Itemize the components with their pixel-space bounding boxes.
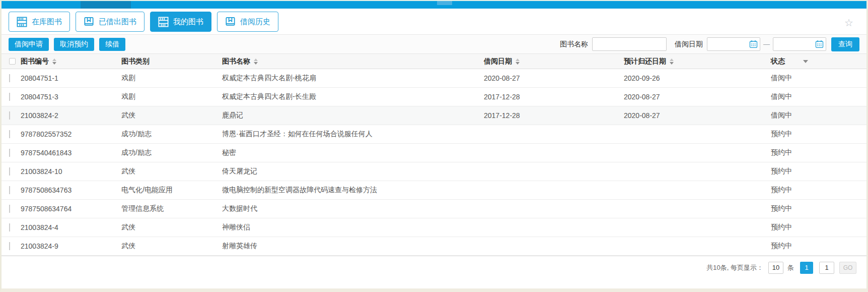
book-name-cell: 微电脑控制的新型空调器故障代码速查与检修方法 — [222, 186, 484, 195]
table-row[interactable]: 20804751-3 戏剧 权威定本古典四大名剧-长生殿 2017-12-28 … — [2, 88, 866, 106]
table-header: 图书编号 图书类别 图书名称 借阅日期 预计归还日期 状态 — [2, 53, 866, 69]
row-checkbox[interactable] — [9, 242, 10, 250]
book-name-cell: 博恩·崔西口才圣经：如何在任何场合说服任何人 — [222, 130, 484, 139]
sort-arrows-icon[interactable] — [670, 59, 674, 65]
row-checkbox[interactable] — [9, 93, 10, 101]
current-page-button[interactable]: 1 — [800, 262, 813, 274]
status-filter-caret-icon[interactable] — [803, 60, 808, 63]
date-range-separator: — — [763, 40, 770, 48]
status-cell: 预约中 — [771, 148, 866, 157]
status-cell: 预约中 — [771, 204, 866, 213]
book-icon — [225, 17, 236, 27]
query-button[interactable]: 查询 — [831, 37, 859, 51]
book-name-cell: 神雕侠侣 — [222, 223, 484, 232]
column-header-status[interactable]: 状态 — [771, 57, 866, 66]
tab-label: 在库图书 — [32, 17, 62, 27]
status-cell: 借阅中 — [771, 92, 866, 101]
column-header-borrow-date[interactable]: 借阅日期 — [484, 57, 624, 66]
table-row[interactable]: 20804751-1 戏剧 权威定本古典四大名剧-桃花扇 2020-08-27 … — [2, 69, 866, 88]
tab-label: 已借出图书 — [99, 17, 136, 27]
book-name-cell: 倚天屠龙记 — [222, 167, 484, 176]
book-category-cell: 管理信息系统 — [121, 204, 222, 213]
sort-arrows-icon[interactable] — [516, 59, 520, 65]
book-category-cell: 成功/励志 — [121, 148, 222, 157]
sort-arrows-icon[interactable] — [52, 59, 56, 65]
row-checkbox[interactable] — [9, 205, 10, 213]
book-id-cell: 9787540461843 — [21, 149, 121, 157]
tab-books-in-stock[interactable]: 在库图书 — [9, 12, 70, 32]
book-category-cell: 戏剧 — [121, 74, 222, 83]
tab-bar: 在库图书 已借出图书 我的图书 — [2, 9, 866, 35]
column-header-book-id[interactable]: 图书编号 — [21, 57, 121, 66]
return-date-cell: 2020-09-26 — [624, 74, 771, 82]
select-all-checkbox[interactable] — [9, 58, 16, 65]
return-date-cell: 2020-08-27 — [624, 111, 771, 120]
total-count-text: 共10条, 每页显示： — [706, 263, 763, 272]
table-row[interactable]: 21003824-2 武侠 鹿鼎记 2017-12-28 2020-08-27 … — [2, 106, 866, 125]
book-id-cell: 21003824-10 — [21, 167, 121, 176]
book-id-cell: 20804751-3 — [21, 93, 121, 101]
book-name-input[interactable] — [592, 37, 667, 51]
page-size-input[interactable] — [768, 262, 783, 274]
table-row[interactable]: 21003824-4 武侠 神雕侠侣 预约中 — [2, 218, 866, 237]
date-to-field[interactable] — [773, 37, 826, 51]
column-header-return-date[interactable]: 预计归还日期 — [624, 57, 771, 66]
tab-label: 我的图书 — [173, 17, 203, 27]
bookshelf-icon — [158, 17, 169, 27]
table-row[interactable]: 9787540461843 成功/励志 秘密 预约中 — [2, 144, 866, 162]
table-row[interactable]: 9787802557352 成功/励志 博恩·崔西口才圣经：如何在任何场合说服任… — [2, 125, 866, 144]
table-row[interactable]: 9787508634763 电气化/电能应用 微电脑控制的新型空调器故障代码速查… — [2, 181, 866, 200]
row-checkbox[interactable] — [9, 223, 10, 231]
renew-button[interactable]: 续借 — [99, 38, 125, 51]
borrow-date-cell: 2020-08-27 — [484, 74, 624, 82]
borrow-apply-button[interactable]: 借阅申请 — [9, 38, 49, 51]
row-checkbox[interactable] — [9, 186, 10, 194]
book-id-cell: 20804751-1 — [21, 74, 121, 82]
tab-my-books[interactable]: 我的图书 — [150, 12, 211, 32]
status-cell: 借阅中 — [771, 74, 866, 83]
book-id-cell: 21003824-2 — [21, 111, 121, 120]
book-name-cell: 秘密 — [222, 148, 484, 157]
tab-borrowed-out-books[interactable]: 已借出图书 — [76, 12, 144, 32]
book-category-cell: 武侠 — [121, 242, 222, 251]
column-header-book-name[interactable]: 图书名称 — [222, 57, 484, 66]
cancel-reservation-button[interactable]: 取消预约 — [54, 38, 94, 51]
favorite-star-icon[interactable]: ☆ — [844, 18, 853, 28]
table-row[interactable]: 21003824-9 武侠 射雕英雄传 预约中 — [2, 237, 866, 256]
go-button[interactable]: GO — [839, 262, 856, 274]
book-category-cell: 电气化/电能应用 — [121, 186, 222, 195]
book-name-cell: 大数据时代 — [222, 204, 484, 213]
row-checkbox[interactable] — [9, 130, 10, 138]
tab-borrow-history[interactable]: 借阅历史 — [217, 12, 278, 32]
status-cell: 预约中 — [771, 242, 866, 251]
book-category-cell: 武侠 — [121, 111, 222, 120]
status-cell: 预约中 — [771, 130, 866, 139]
table-row[interactable]: 9787508634764 管理信息系统 大数据时代 预约中 — [2, 200, 866, 218]
date-from-field[interactable] — [707, 37, 760, 51]
borrow-date-cell: 2017-12-28 — [484, 93, 624, 101]
column-header-category: 图书类别 — [121, 57, 222, 66]
page-jump-input[interactable] — [819, 262, 834, 274]
pagination-bar: 共10条, 每页显示： 条 1 GO — [2, 256, 866, 279]
book-category-cell: 武侠 — [121, 167, 222, 176]
book-name-cell: 射雕英雄传 — [222, 242, 484, 251]
book-id-cell: 9787508634763 — [21, 186, 121, 194]
book-name-cell: 权威定本古典四大名剧-长生殿 — [222, 92, 484, 101]
book-category-cell: 武侠 — [121, 223, 222, 232]
top-strip-dark-segment — [81, 1, 131, 9]
row-checkbox[interactable] — [9, 74, 10, 82]
sort-arrows-icon[interactable] — [254, 59, 258, 65]
book-id-cell: 9787802557352 — [21, 130, 121, 138]
table-row[interactable]: 21003824-10 武侠 倚天屠龙记 预约中 — [2, 162, 866, 181]
row-checkbox[interactable] — [9, 111, 10, 120]
row-checkbox[interactable] — [9, 167, 10, 176]
status-cell: 预约中 — [771, 223, 866, 232]
book-name-cell: 鹿鼎记 — [222, 111, 484, 120]
book-name-cell: 权威定本古典四大名剧-桃花扇 — [222, 74, 484, 83]
status-cell: 预约中 — [771, 167, 866, 176]
book-id-cell: 9787508634764 — [21, 205, 121, 213]
book-category-cell: 戏剧 — [121, 92, 222, 101]
window-top-strip — [2, 1, 866, 9]
bookshelf-icon — [17, 17, 27, 27]
row-checkbox[interactable] — [9, 149, 10, 157]
